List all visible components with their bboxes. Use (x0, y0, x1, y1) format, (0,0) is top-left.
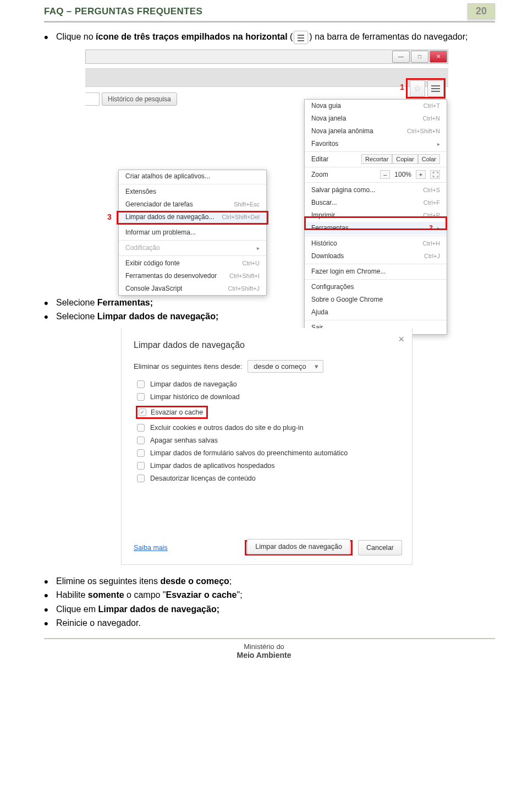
page-header: FAQ – PERGUNTAS FREQUENTES 20 (0, 0, 528, 21)
shortcut: Ctrl+S (423, 187, 440, 193)
submenu-shortcuts[interactable]: Criar atalhos de aplicativos... (119, 170, 266, 183)
submenu-encoding[interactable]: Codificação▸ (119, 242, 266, 254)
menu-downloads[interactable]: DownloadsCtrl+J (305, 250, 447, 263)
separator (305, 151, 447, 152)
close-icon[interactable]: × (398, 334, 404, 345)
separator (119, 240, 266, 241)
submenu-view-source[interactable]: Exibir código fonteCtrl+U (119, 257, 266, 270)
bold-text: desde o começo (160, 576, 229, 586)
checkbox[interactable] (137, 393, 145, 401)
menu-history[interactable]: HistóricoCtrl+H (305, 237, 447, 250)
label: Desautorizar licenças de conteúdo (150, 475, 256, 482)
menu-login-chrome[interactable]: Fazer login em Chrome... (305, 265, 447, 278)
text: Habilite (56, 590, 88, 600)
separator (305, 236, 447, 236)
minimize-button[interactable]: — (392, 51, 410, 63)
opt-forms[interactable]: Limpar dados de formulário salvos do pre… (137, 449, 402, 457)
cancel-button[interactable]: Cancelar (358, 540, 402, 555)
copy-button[interactable]: Copiar (392, 154, 417, 164)
opt-browsing[interactable]: Limpar dados de navegação (137, 380, 402, 388)
shortcut: Ctrl+T (424, 102, 440, 109)
opt-hosted[interactable]: Limpar dados de aplicativos hospedados (137, 462, 402, 470)
highlight-3 (117, 211, 268, 225)
bold-text: Esvaziar o cache (166, 590, 237, 600)
label: Extensões (125, 188, 156, 195)
highlight-clear-button: Limpar dados de navegação (245, 540, 353, 555)
label: Histórico (311, 239, 337, 247)
close-button[interactable]: ✕ (430, 51, 447, 63)
shortcut: Ctrl+J (424, 253, 440, 259)
label: Zoom (311, 171, 328, 178)
menu-incognito[interactable]: Nova janela anônimaCtrl+Shift+N (305, 125, 447, 138)
history-search-button[interactable]: Histórico de pesquisa (102, 92, 177, 106)
separator (305, 182, 447, 183)
shortcut: Ctrl+U (243, 260, 260, 266)
opt-passwords[interactable]: Apagar senhas salvas (137, 437, 402, 444)
label: Informar um problema... (125, 228, 196, 236)
label: Codificação (125, 244, 160, 252)
bold-text: somente (88, 590, 124, 600)
menu-save-as[interactable]: Salvar página como...Ctrl+S (305, 184, 447, 197)
checkbox[interactable] (137, 475, 145, 482)
footer-line1: Ministério do (0, 642, 528, 651)
label: Editar (311, 155, 328, 163)
label: Limpar histórico de download (150, 393, 240, 401)
label: Favoritos (311, 140, 338, 148)
shortcut: Ctrl+Shift+I (229, 273, 260, 279)
text: ( (288, 32, 293, 41)
checkbox[interactable] (137, 462, 145, 470)
separator (119, 184, 266, 184)
submenu-taskmgr[interactable]: Gerenciador de tarefasShift+Esc (119, 198, 266, 211)
text: Clique no (56, 32, 96, 41)
menu-find[interactable]: Buscar...Ctrl+F (305, 197, 447, 209)
separator (305, 167, 447, 167)
opt-cookies[interactable]: Excluir cookies e outros dados do site e… (137, 424, 402, 432)
checkbox[interactable] (137, 380, 145, 388)
label: Gerenciador de tarefas (125, 200, 193, 208)
opt-licenses[interactable]: Desautorizar licenças de conteúdo (137, 475, 402, 482)
label: Console JavaScript (125, 285, 182, 292)
menu-favorites[interactable]: Favoritos▸ (305, 138, 447, 150)
edit-buttons: Recortar Copiar Colar (361, 154, 440, 164)
since-dropdown[interactable]: desde o começo (248, 360, 323, 373)
submenu-devtools[interactable]: Ferramentas do desenvolvedorCtrl+Shift+I (119, 270, 266, 282)
end-list: Elimine os seguintes itens desde o começ… (44, 575, 490, 629)
label: Excluir cookies e outros dados do site e… (150, 424, 304, 432)
checkbox[interactable] (137, 449, 145, 457)
bold-text: ícone de três traços empilhados na horiz… (96, 32, 288, 41)
marker-3: 3 (107, 212, 112, 221)
cut-button[interactable]: Recortar (361, 154, 392, 164)
highlight-2 (304, 216, 447, 230)
window-titlebar: — □ ✕ (85, 50, 448, 64)
submenu-report[interactable]: Informar um problema... (119, 226, 266, 239)
page-footer: Ministério do Meio Ambiente (0, 639, 528, 668)
zoom-in-button[interactable]: + (416, 170, 426, 179)
highlight-1 (406, 78, 446, 99)
checkbox-checked[interactable] (139, 408, 146, 416)
separator (305, 279, 447, 280)
checkbox[interactable] (137, 424, 145, 432)
marker-1: 1 (400, 83, 404, 91)
text: Reinicie o navegador. (56, 618, 141, 628)
clear-data-button[interactable]: Limpar dados de navegação (247, 539, 350, 554)
menu-new-tab[interactable]: Nova guiaCtrl+T (305, 100, 447, 112)
fullscreen-button[interactable]: ⛶ (430, 170, 440, 179)
zoom-out-button[interactable]: – (380, 170, 390, 179)
shortcut: Ctrl+Shift+N (407, 128, 440, 134)
text: "; (237, 590, 243, 600)
bold-text: Limpar dados de navegação; (98, 604, 219, 614)
separator (119, 225, 266, 225)
bullet-clique-limpar: Clique em Limpar dados de navegação; (56, 603, 490, 615)
zoom-value: 100% (394, 171, 411, 178)
learn-more-link[interactable]: Saiba mais (134, 544, 168, 552)
paste-button[interactable]: Colar (418, 154, 440, 164)
submenu-console[interactable]: Console JavaScriptCtrl+Shift+J (119, 282, 266, 295)
url-input-fragment[interactable] (85, 92, 100, 106)
opt-downloads[interactable]: Limpar histórico de download (137, 393, 402, 401)
menu-new-window[interactable]: Nova janelaCtrl+N (305, 112, 447, 125)
maximize-button[interactable]: □ (411, 51, 428, 63)
checkbox[interactable] (137, 437, 145, 444)
shortcut: Ctrl+Shift+J (228, 285, 260, 292)
menu-settings[interactable]: Configurações (305, 281, 447, 293)
submenu-extensions[interactable]: Extensões (119, 186, 266, 198)
